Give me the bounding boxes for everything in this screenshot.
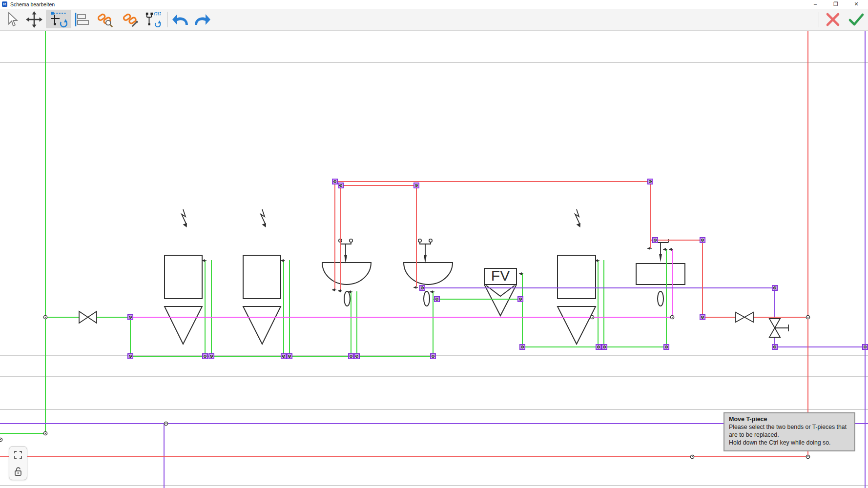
drain-trap [658,291,663,306]
flow-arrowhead [413,286,416,289]
selection-marker-dot [283,356,284,357]
boiler-tank[interactable] [558,255,596,299]
t-piece-network-tool-button[interactable] [145,11,162,28]
sink-bowl[interactable] [322,263,371,285]
boiler-tank[interactable] [243,255,281,299]
shutoff-valve[interactable] [79,311,97,323]
toolbar-separator-right [819,12,819,27]
faucet-knob [350,239,352,242]
flow-arrowhead [519,272,522,275]
cursor-icon [4,12,19,27]
junction-node-dot [807,456,808,457]
lightning-bolt-icon [261,209,265,224]
canvas-controls [9,446,27,480]
selection-marker-dot [205,356,206,357]
selection-marker-dot [436,299,437,300]
lightning-bolt-icon [182,209,186,224]
selection-marker-dot [702,240,703,241]
selection-marker-dot [351,356,351,357]
app-icon: R [2,1,7,7]
select-tool-button[interactable] [3,11,21,28]
toolbar [0,9,868,31]
selection-marker-dot [774,346,775,347]
flow-arrowhead [669,248,672,251]
cancel-button[interactable] [824,11,842,28]
boiler-funnel[interactable] [243,306,281,344]
close-button[interactable]: ✕ [848,0,865,9]
tooltip-line2: Hold down the Ctrl key while doing so. [729,439,850,447]
junction-node-dot [45,433,46,434]
selection-marker-dot [289,356,290,357]
confirm-check-icon [848,12,865,27]
junction-node-dot [165,423,166,424]
confirm-button[interactable] [847,11,865,28]
minimize-button[interactable]: – [807,0,824,9]
align-tool-button[interactable] [73,11,91,28]
selection-marker-dot [865,346,866,347]
selection-marker-dot [666,346,667,347]
boiler-tank[interactable] [165,255,202,299]
undo-arrow-icon [172,12,189,27]
flow-arrowhead [647,247,650,250]
selection-marker-dot [702,317,703,318]
junction-node-dot [807,317,808,318]
undo-button[interactable] [172,11,189,28]
selection-marker-dot [604,346,605,347]
move-t-piece-icon [49,10,68,28]
unlock-button[interactable] [14,467,22,476]
wall-fixture[interactable] [636,264,685,285]
shutoff-valve[interactable] [736,312,753,322]
selection-marker-dot [334,181,335,182]
lightning-bolt-icon [575,209,579,224]
move-t-piece-tool-button[interactable] [46,10,71,28]
link-search-icon [97,11,114,28]
boiler-funnel[interactable] [558,306,596,344]
junction-node-dot [672,317,673,318]
link-search-tool-button[interactable] [97,11,114,28]
selection-marker-dot [340,185,341,186]
restore-button[interactable]: ❐ [827,0,844,9]
title-bar: R Schema bearbeiten – ❐ ✕ [0,0,868,9]
valve-handle [775,325,788,331]
fixture-faucet-arrow [659,254,662,262]
move-icon [26,11,42,28]
lightning-arrowhead [262,223,267,227]
junction-node-dot [692,456,693,457]
selection-marker-dot [774,287,775,288]
selection-marker-dot [130,317,131,318]
selection-marker-dot [655,240,656,241]
junction-node-dot [45,317,46,318]
fv-funnel[interactable] [484,285,517,316]
drain-trap [344,291,350,306]
drain-trap [424,291,430,306]
toolbar-separator [167,12,168,27]
fv-label: FV [491,267,510,284]
sink-bowl[interactable] [404,263,453,285]
fit-selection-button[interactable] [14,450,22,459]
lightning-arrowhead [577,223,581,227]
flow-arrowhead [430,290,433,293]
redo-button[interactable] [193,11,211,28]
faucet-knob [418,239,421,242]
faucet-knob [429,239,432,242]
selection-marker-dot [650,181,651,182]
selection-marker-dot [522,346,523,347]
selection-marker-dot [520,299,521,300]
cancel-x-icon [825,12,841,27]
selection-marker-dot [422,287,423,288]
faucet-icon [420,242,431,256]
selection-marker-dot [433,356,434,357]
tooltip-line1: Please select the two bends or T-pieces … [729,423,850,439]
link-pick-tool-button[interactable] [122,11,140,28]
lightning-arrowhead [183,223,187,227]
junction-node-dot [592,317,593,318]
selection-marker-dot [130,356,131,357]
flow-arrowhead [663,248,666,251]
flow-arrowhead [338,289,341,292]
move-tool-button[interactable] [25,11,43,28]
boiler-funnel[interactable] [165,306,202,344]
tooltip-title: Move T-piece [729,416,850,423]
window-title: Schema bearbeiten [10,1,55,7]
selection-marker-dot [211,356,212,357]
selection-marker-dot [416,185,417,186]
